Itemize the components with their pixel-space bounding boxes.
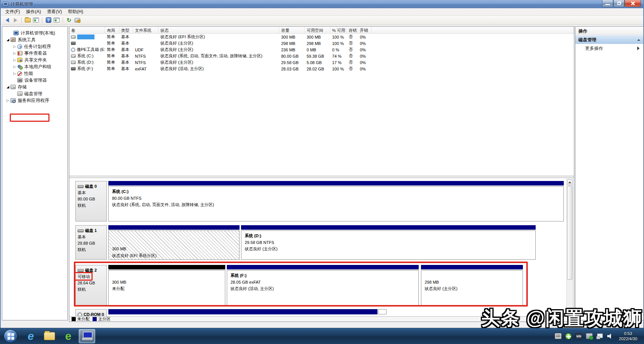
menu-item-2[interactable]: 查看(V): [44, 8, 65, 16]
partition-1-0[interactable]: 300 MB状态良好 (EFI 系统分区): [108, 224, 240, 260]
sidebar-item-2[interactable]: ▷任务计划程序: [2, 43, 67, 50]
title-bar[interactable]: 计算机管理: [1, 0, 643, 8]
show-console-tree-button[interactable]: [32, 16, 40, 24]
help-button[interactable]: ?: [44, 16, 52, 24]
disk-label-2[interactable]: 磁盘 2可移动28.64 GB联机: [75, 265, 107, 305]
partition-box[interactable]: 300 MB状态良好 (EFI 系统分区): [108, 230, 240, 260]
menu-item-1[interactable]: 操作(A): [23, 8, 44, 16]
volume-cell: exFAT: [133, 67, 159, 71]
taskbar-item-explorer[interactable]: [41, 329, 58, 343]
volume-row-3[interactable]: 系统 (C:)简单基本NTFS状态良好 (系统, 启动, 页面文件, 活动, 故…: [69, 53, 574, 59]
usb-icon[interactable]: [586, 333, 593, 339]
sidebar-item-8[interactable]: ◢存储: [2, 84, 67, 90]
partition-box[interactable]: 298 MB状态良好 (主分区): [421, 270, 523, 305]
back-button[interactable]: [3, 16, 11, 24]
scroll-thumb[interactable]: [567, 186, 572, 280]
partition-line: 298 MB: [425, 279, 523, 286]
close-button[interactable]: [625, 0, 641, 7]
column-header-0[interactable]: 卷: [69, 27, 105, 33]
partition-line: 80.00 GB NTFS: [112, 195, 563, 202]
column-header-5[interactable]: 容量: [279, 27, 305, 33]
export-list-button[interactable]: [24, 16, 32, 24]
clock[interactable]: 0:53 2022/4/30: [617, 331, 641, 341]
sidebar-item-7[interactable]: 设备管理器: [2, 77, 67, 84]
column-header-8[interactable]: 容错: [347, 27, 358, 33]
expander-icon[interactable]: ▷: [5, 99, 10, 102]
expander-icon[interactable]: ◢: [5, 85, 10, 89]
column-header-9[interactable]: 开销: [358, 27, 371, 33]
disk-icon: [78, 229, 84, 232]
refresh-button[interactable]: ↻: [65, 16, 73, 24]
disk-manage-button[interactable]: [73, 16, 81, 24]
column-header-2[interactable]: 类型: [119, 27, 133, 33]
forward-button[interactable]: [11, 16, 19, 24]
partition-box[interactable]: 系统 (C:)80.00 GB NTFS状态良好 (系统, 启动, 页面文件, …: [108, 186, 564, 221]
sidebar-item-9[interactable]: 磁盘管理: [2, 90, 67, 97]
volume-cell: 0%: [358, 48, 371, 52]
volume-cell: 0 %: [330, 48, 347, 52]
volume-cell: 基本: [119, 34, 133, 40]
partition-2-2[interactable]: 298 MB状态良好 (主分区): [421, 264, 523, 306]
more-actions-item[interactable]: 更多操作: [575, 44, 643, 53]
column-header-4[interactable]: 状态: [159, 27, 279, 33]
expander-icon[interactable]: ▷: [12, 72, 17, 75]
expander-icon[interactable]: ▷: [12, 51, 17, 55]
action-pane-icon: [54, 18, 60, 22]
volume-icon[interactable]: [607, 333, 614, 339]
start-button[interactable]: [4, 329, 17, 343]
sidebar-item-3[interactable]: ▷事件查看器: [2, 50, 67, 57]
menu-item-0[interactable]: 文件(F): [2, 8, 23, 16]
disk-label-1[interactable]: 磁盘 1基本29.88 GB联机: [75, 225, 107, 260]
keyboard-icon[interactable]: [555, 333, 562, 339]
cdrom-media-bar[interactable]: [108, 308, 377, 317]
sidebar-item-4[interactable]: ▷共享文件夹: [2, 57, 67, 63]
sidebar-item-5[interactable]: ▷本地用户和组: [2, 63, 67, 70]
cdrom-label[interactable]: CD-ROM 0: [75, 309, 107, 317]
column-header-7[interactable]: % 可用: [330, 27, 347, 33]
column-header-3[interactable]: 文件系统: [133, 27, 159, 33]
restore-button[interactable]: [613, 0, 625, 7]
sidebar-item-0[interactable]: 计算机管理(本地): [2, 30, 67, 36]
network-icon[interactable]: [596, 333, 603, 339]
partition-1-1[interactable]: 系统 (D:)29.58 GB NTFS状态良好 (主分区): [241, 224, 536, 260]
volume-row-0[interactable]: 简单基本状态良好 (EFI 系统分区)300 MB300 MB100 %否0%: [69, 34, 574, 40]
volume-cell: 0%: [358, 41, 371, 46]
partition-box[interactable]: 系统 (D:)29.58 GB NTFS状态良好 (主分区): [241, 230, 536, 260]
menu-item-3[interactable]: 帮助(H): [65, 8, 86, 16]
volume-row-1[interactable]: 简单基本状态良好 (主分区)298 MB298 MB100 %否0%: [69, 40, 574, 46]
scroll-up-icon[interactable]: [567, 179, 572, 185]
partition-2-1[interactable]: 系统 (F:)28.05 GB exFAT状态良好 (活动, 主分区): [227, 264, 419, 306]
sidebar-item-1[interactable]: ◢系统工具: [2, 36, 67, 43]
collapse-icon[interactable]: [637, 39, 640, 41]
expander-icon[interactable]: ▷: [12, 45, 17, 48]
expander-icon[interactable]: ▷: [12, 58, 17, 62]
volume-cell: 300 MB: [305, 35, 330, 39]
close-icon: [631, 1, 635, 5]
partition-type-stripe: [241, 225, 536, 230]
disk-label-0[interactable]: 磁盘 0基本80.00 GB联机: [75, 181, 107, 221]
expander-icon[interactable]: ▷: [12, 65, 17, 69]
volume-row-4[interactable]: 系统 (D:)简单基本NTFS状态良好 (主分区)29.58 GB5.08 GB…: [69, 59, 574, 66]
partition-2-0[interactable]: 300 MB未分配: [108, 264, 225, 306]
sidebar-item-6[interactable]: ▷性能: [2, 70, 67, 77]
minimize-button[interactable]: [602, 0, 613, 7]
volume-row-2[interactable]: 微PE工具箱 (E:)简单基本UDF状态良好 (主分区)236 MB0 MB0 …: [69, 46, 574, 53]
partition-0-0[interactable]: 系统 (C:)80.00 GB NTFS状态良好 (系统, 启动, 页面文件, …: [108, 180, 564, 222]
taskbar-item-browser[interactable]: e: [60, 329, 76, 343]
expander-icon[interactable]: ◢: [5, 38, 10, 42]
vmware-icon[interactable]: vm: [575, 333, 582, 339]
volume-row-5[interactable]: 系统 (F:)简单基本exFAT状态良好 (活动, 主分区)28.03 GB28…: [69, 66, 574, 72]
show-action-pane-button[interactable]: [52, 16, 61, 24]
sidebar-item-10[interactable]: ▷服务和应用程序: [2, 97, 67, 104]
graph-scrollbar[interactable]: [566, 179, 573, 316]
actions-section-disk-management[interactable]: 磁盘管理: [575, 36, 643, 44]
partition-line: 状态良好 (主分区): [245, 246, 535, 253]
taskbar-item-computer-management[interactable]: [79, 329, 95, 343]
partition-box[interactable]: 系统 (F:)28.05 GB exFAT状态良好 (活动, 主分区): [227, 270, 419, 305]
partition-title: 系统 (C:): [112, 188, 563, 195]
taskbar-item-ie[interactable]: e: [22, 329, 39, 343]
column-header-6[interactable]: 可用空间: [305, 27, 330, 33]
column-header-1[interactable]: 布局: [105, 27, 119, 33]
safety-icon[interactable]: [565, 333, 572, 340]
partition-box[interactable]: 300 MB未分配: [108, 270, 225, 305]
